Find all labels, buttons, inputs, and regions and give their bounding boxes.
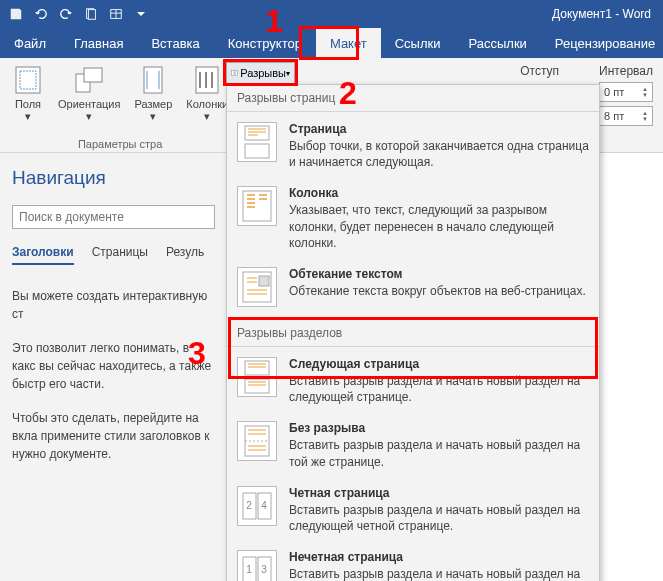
svg-rect-17: [245, 379, 269, 393]
size-label: Размер: [134, 98, 172, 110]
redo-button[interactable]: [54, 3, 78, 25]
columns-label: Колонки: [186, 98, 228, 110]
svg-rect-16: [245, 361, 269, 375]
even-page-icon: 24: [241, 489, 273, 523]
chevron-down-icon: [137, 10, 145, 18]
indent-label: Отступ: [520, 64, 559, 78]
spacing-after-input[interactable]: 8 пт▲▼: [599, 106, 653, 126]
menu-mailings[interactable]: Рассылки: [454, 28, 540, 58]
redo-icon: [59, 7, 73, 21]
quick-access-toolbar: [4, 3, 153, 25]
page-break-icon: [241, 125, 273, 159]
break-title: Нечетная страница: [289, 550, 589, 564]
nav-body: Вы можете создать интерактивную ст Это п…: [12, 287, 215, 463]
size-button[interactable]: Размер▾: [128, 62, 178, 136]
break-title: Обтекание текстом: [289, 267, 589, 281]
break-desc: Вставить разрыв раздела и начать новый р…: [289, 437, 589, 469]
break-continuous[interactable]: Без разрываВставить разрыв раздела и нач…: [227, 413, 599, 477]
break-title: Четная страница: [289, 486, 589, 500]
svg-text:3: 3: [261, 564, 267, 575]
breaks-icon: [231, 67, 238, 79]
dropdown-section-section-breaks: Разрывы разделов: [227, 320, 599, 344]
menu-review[interactable]: Рецензирование: [541, 28, 663, 58]
breaks-label: Разрывы: [240, 67, 286, 79]
svg-rect-15: [259, 276, 269, 286]
qat-button-2[interactable]: [104, 3, 128, 25]
menu-file[interactable]: Файл: [0, 28, 60, 58]
break-title: Страница: [289, 122, 589, 136]
spacing-label: Интервал: [599, 64, 653, 78]
svg-text:2: 2: [246, 500, 252, 511]
dropdown-section-page-breaks: Разрывы страниц: [227, 85, 599, 109]
svg-rect-9: [232, 70, 235, 75]
continuous-icon: [241, 424, 273, 458]
svg-rect-6: [84, 68, 102, 82]
svg-text:4: 4: [261, 500, 267, 511]
column-break-icon: [241, 189, 273, 223]
undo-button[interactable]: [29, 3, 53, 25]
margins-button[interactable]: Поля▾: [6, 62, 50, 136]
nav-text: Чтобы это сделать, перейдите на вкла при…: [12, 409, 215, 463]
spacing-before-input[interactable]: 0 пт▲▼: [599, 82, 653, 102]
undo-icon: [34, 7, 48, 21]
tab-pages[interactable]: Страницы: [92, 245, 148, 265]
menu-home[interactable]: Главная: [60, 28, 137, 58]
columns-icon: [194, 65, 220, 95]
save-icon: [9, 7, 23, 21]
break-desc: Вставить разрыв раздела и начать новый р…: [289, 566, 589, 581]
svg-rect-11: [245, 126, 269, 140]
nav-text: Вы можете создать интерактивную ст: [12, 287, 215, 323]
save-button[interactable]: [4, 3, 28, 25]
menu-layout[interactable]: Макет: [316, 28, 381, 58]
document-icon: [84, 7, 98, 21]
navigation-pane: Навигация Заголовки Страницы Резуль Вы м…: [0, 153, 228, 581]
break-column[interactable]: КолонкаУказывает, что текст, следующий з…: [227, 178, 599, 259]
break-desc: Выбор точки, в которой заканчивается одн…: [289, 138, 589, 170]
orientation-icon: [74, 66, 104, 94]
menu-design[interactable]: Конструктор: [214, 28, 316, 58]
size-icon: [141, 65, 165, 95]
break-desc: Обтекание текста вокруг объектов на веб-…: [289, 283, 589, 299]
break-next-page[interactable]: Следующая страницаВставить разрыв раздел…: [227, 349, 599, 413]
menu-bar: Файл Главная Вставка Конструктор Макет С…: [0, 28, 663, 58]
tab-results[interactable]: Резуль: [166, 245, 204, 265]
breaks-button[interactable]: Разрывы ▾: [226, 62, 295, 84]
tab-headings[interactable]: Заголовки: [12, 245, 74, 265]
break-title: Без разрыва: [289, 421, 589, 435]
break-page[interactable]: СтраницаВыбор точки, в которой заканчива…: [227, 114, 599, 178]
page-setup-group-label: Параметры стра: [6, 136, 234, 150]
qat-button[interactable]: [79, 3, 103, 25]
break-title: Следующая страница: [289, 357, 589, 371]
next-page-icon: [241, 360, 273, 394]
search-input[interactable]: [12, 205, 215, 229]
break-title: Колонка: [289, 186, 589, 200]
break-even-page[interactable]: 24 Четная страницаВставить разрыв раздел…: [227, 478, 599, 542]
svg-rect-10: [235, 70, 238, 75]
spinner-arrows-icon: ▲▼: [642, 86, 648, 98]
title-bar: Документ1 - Word: [0, 0, 663, 28]
svg-rect-12: [245, 144, 269, 158]
menu-insert[interactable]: Вставка: [137, 28, 213, 58]
break-odd-page[interactable]: 13 Нечетная страницаВставить разрыв разд…: [227, 542, 599, 581]
nav-title: Навигация: [12, 167, 215, 189]
svg-text:1: 1: [246, 564, 252, 575]
orientation-label: Ориентация: [58, 98, 120, 110]
page-setup-group: Поля▾ Ориентация▾ Размер▾ Колонки▾ Парам…: [0, 58, 240, 152]
nav-text: Это позволит легко понимать, в какс вы с…: [12, 339, 215, 393]
document-title: Документ1 - Word: [552, 7, 659, 21]
break-text-wrapping[interactable]: Обтекание текстомОбтекание текста вокруг…: [227, 259, 599, 315]
break-desc: Указывает, что текст, следующий за разры…: [289, 202, 589, 251]
orientation-button[interactable]: Ориентация▾: [52, 62, 126, 136]
qat-customize[interactable]: [129, 3, 153, 25]
breaks-dropdown: Разрывы страниц СтраницаВыбор точки, в к…: [226, 84, 600, 581]
svg-rect-1: [88, 10, 95, 20]
break-desc: Вставить разрыв раздела и начать новый р…: [289, 373, 589, 405]
nav-tabs: Заголовки Страницы Резуль: [12, 245, 215, 265]
text-wrap-icon: [241, 270, 273, 304]
chevron-down-icon: ▾: [286, 69, 290, 78]
menu-references[interactable]: Ссылки: [381, 28, 455, 58]
odd-page-icon: 13: [241, 553, 273, 581]
margins-label: Поля: [15, 98, 41, 110]
table-icon: [109, 7, 123, 21]
break-desc: Вставить разрыв раздела и начать новый р…: [289, 502, 589, 534]
